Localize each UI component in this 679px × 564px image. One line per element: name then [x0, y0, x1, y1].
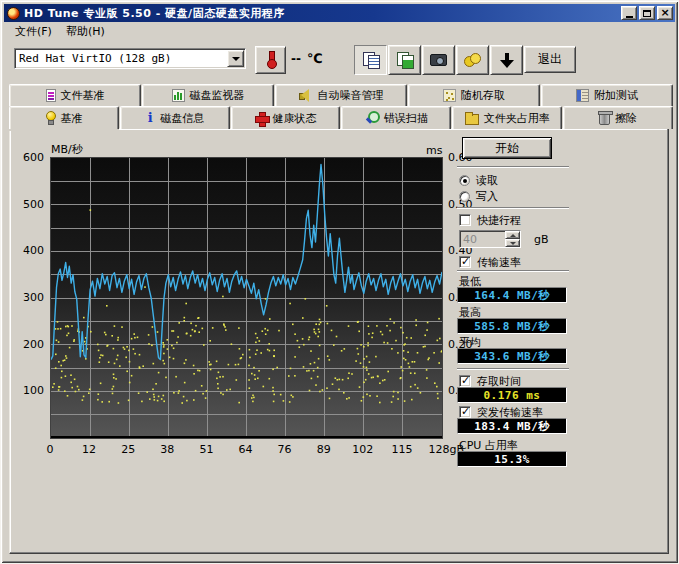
y-left-tick-label: 500 — [23, 198, 44, 211]
radio-icon — [459, 175, 470, 186]
checkbox-icon — [459, 214, 471, 226]
aam-icon — [299, 89, 313, 102]
copy-icon — [363, 52, 379, 68]
stepper-up-button[interactable] — [505, 231, 520, 239]
tab-file-benchmark[interactable]: 文件基准 — [9, 84, 141, 106]
short-stroke-size-stepper[interactable]: 40 — [459, 230, 521, 248]
dropdown-icon — [232, 57, 240, 61]
extra-tests-icon — [576, 89, 589, 102]
tab-benchmark[interactable]: 基准 — [9, 106, 119, 129]
y-left-tick-label: 600 — [23, 151, 44, 164]
screenshot-button[interactable] — [422, 45, 455, 75]
close-icon: × — [660, 8, 669, 18]
hdtune-window: HD Tune 专业版 5.50 - 硬盘/固态硬盘实用程序 × 文件(F) 帮… — [0, 0, 679, 564]
start-button[interactable]: 开始 — [462, 137, 552, 159]
y-left-axis-ticks: 600500400300200100 — [10, 157, 46, 447]
tab-error-scan[interactable]: 错误扫描 — [341, 106, 451, 129]
y-right-axis-title: ms — [426, 144, 442, 157]
copy-image-button[interactable] — [388, 45, 421, 75]
save-results-button[interactable] — [490, 45, 523, 75]
benchmark-page: MB/秒 ms 600500400300200100 0.600.500.400… — [9, 128, 669, 554]
y-left-tick-label: 400 — [23, 244, 44, 257]
stepper-down-button[interactable] — [505, 239, 520, 247]
copy-image-icon — [397, 52, 413, 68]
x-tick-label: 0 — [47, 443, 54, 456]
x-tick-label: 25 — [121, 443, 135, 456]
x-tick-label: 115 — [391, 443, 412, 456]
transfer-rate-checkbox[interactable]: 传输速率 — [459, 255, 521, 269]
error-scan-icon — [365, 111, 379, 125]
menu-file[interactable]: 文件(F) — [8, 22, 59, 41]
tab-disk-info[interactable]: i磁盘信息 — [120, 106, 230, 129]
y-left-tick-label: 200 — [23, 338, 44, 351]
benchmark-chart — [50, 157, 443, 439]
x-axis-ticks: 012253851647689102115128gB — [50, 443, 450, 457]
donate-icon — [464, 53, 481, 67]
drive-selector-dropdown-button[interactable] — [227, 50, 244, 67]
access-time-value: 0.176 ms — [457, 387, 567, 403]
exit-button[interactable]: 退出 — [524, 46, 576, 73]
max-label: 最高 — [459, 305, 481, 318]
tab-health[interactable]: 健康状态 — [231, 106, 341, 129]
avg-label: 平均 — [459, 335, 481, 348]
tab-extra-tests[interactable]: 附加测试 — [541, 84, 673, 106]
down-triangle-icon — [510, 242, 516, 245]
write-radio[interactable]: 写入 — [459, 189, 498, 203]
checkbox-icon — [459, 375, 471, 387]
short-stroke-size-value: 40 — [460, 231, 505, 247]
menubar: 文件(F) 帮助(H) — [4, 22, 675, 41]
separator — [457, 368, 569, 370]
burst-rate-value: 183.4 MB/秒 — [457, 418, 567, 434]
minimize-icon — [626, 16, 633, 18]
y-left-tick-label: 300 — [23, 291, 44, 304]
file-benchmark-icon — [46, 89, 56, 102]
drive-selector[interactable]: Red Hat VirtIO (128 gB) — [14, 48, 246, 69]
copy-text-button[interactable] — [354, 45, 387, 75]
random-access-icon — [443, 89, 456, 102]
save-results-icon — [500, 53, 514, 68]
read-radio[interactable]: 读取 — [459, 173, 498, 187]
separator — [457, 166, 569, 168]
x-tick-label: 12 — [82, 443, 96, 456]
avg-transfer-rate-value: 343.6 MB/秒 — [457, 348, 567, 364]
donate-button[interactable] — [456, 45, 489, 75]
short-stroke-size-unit: gB — [534, 233, 549, 246]
x-tick-label: 76 — [278, 443, 292, 456]
tab-disk-monitor[interactable]: 磁盘监视器 — [142, 84, 274, 106]
window-title: HD Tune 专业版 5.50 - 硬盘/固态硬盘实用程序 — [24, 6, 285, 21]
chart-canvas — [51, 158, 442, 438]
disk-monitor-icon — [172, 89, 185, 102]
health-icon — [255, 112, 268, 125]
x-tick-label: 51 — [199, 443, 213, 456]
disk-info-icon: i — [145, 111, 155, 125]
tab-row-back: 文件基准 磁盘监视器 自动噪音管理 随机存取 附加测试 — [9, 84, 673, 106]
max-transfer-rate-value: 585.8 MB/秒 — [457, 318, 567, 334]
min-label: 最低 — [459, 274, 481, 287]
screenshot-icon — [430, 54, 447, 66]
burst-rate-checkbox[interactable]: 突发传输速率 — [459, 405, 543, 419]
toolbar: Red Hat VirtIO (128 gB) -- ℃ 退出 — [4, 41, 675, 83]
maximize-button[interactable] — [639, 6, 655, 20]
tab-random-access[interactable]: 随机存取 — [408, 84, 540, 106]
tab-folder-usage[interactable]: 文件夹占用率 — [452, 106, 562, 129]
y-left-axis-title: MB/秒 — [51, 142, 83, 157]
y-left-tick-label: 100 — [23, 384, 44, 397]
drive-selector-value: Red Hat VirtIO (128 gB) — [15, 52, 227, 65]
cpu-usage-label: CPU 占用率 — [459, 438, 518, 451]
tab-aam[interactable]: 自动噪音管理 — [275, 84, 407, 106]
x-tick-label: 38 — [160, 443, 174, 456]
short-stroke-checkbox[interactable]: 快捷行程 — [459, 213, 521, 227]
x-tick-label: 89 — [317, 443, 331, 456]
close-button[interactable]: × — [657, 6, 673, 20]
separator — [457, 270, 569, 272]
up-triangle-icon — [510, 234, 516, 237]
temperature-value: -- — [291, 52, 301, 66]
minimize-button[interactable] — [621, 6, 637, 20]
thermometer-icon — [265, 51, 277, 69]
maximize-icon — [643, 10, 651, 17]
temperature-button[interactable] — [255, 46, 286, 74]
access-time-checkbox[interactable]: 存取时间 — [459, 374, 521, 388]
temperature-unit: ℃ — [307, 51, 323, 66]
menu-help[interactable]: 帮助(H) — [59, 22, 112, 41]
tab-erase[interactable]: 擦除 — [563, 106, 673, 129]
